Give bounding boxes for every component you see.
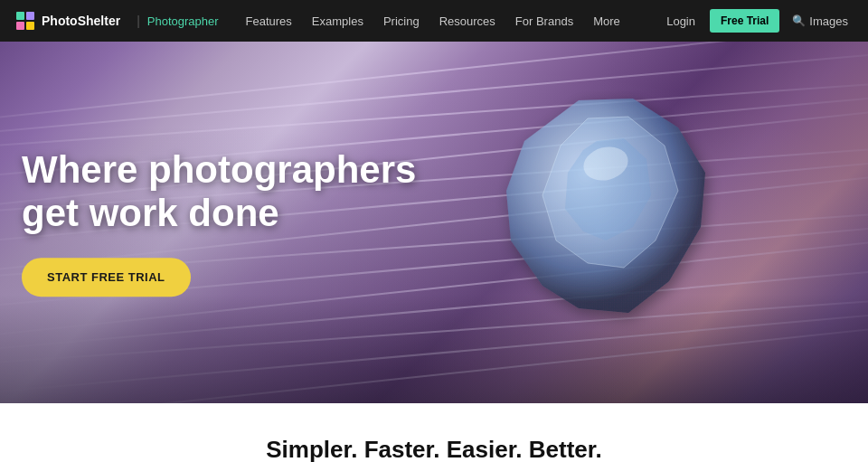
images-label: Images: [809, 14, 848, 28]
svg-rect-3: [26, 22, 34, 30]
tagline-heading: Simpler. Faster. Easier. Better.: [18, 436, 850, 462]
svg-rect-2: [16, 22, 24, 30]
login-button[interactable]: Login: [659, 14, 703, 28]
logo[interactable]: PhotoShelter: [14, 10, 120, 32]
logo-text: PhotoShelter: [42, 14, 120, 28]
hero-section: Where photographers get work done START …: [0, 42, 868, 403]
logo-icon: [14, 10, 36, 32]
hero-content: Where photographers get work done START …: [22, 148, 416, 297]
hero-heading: Where photographers get work done: [22, 148, 416, 236]
navbar: PhotoShelter | Photographer Features Exa…: [0, 0, 868, 42]
nav-right: Login Free Trial 🔍 Images: [659, 9, 854, 33]
svg-rect-1: [26, 12, 34, 20]
nav-link-resources[interactable]: Resources: [430, 0, 505, 42]
nav-link-features[interactable]: Features: [237, 0, 301, 42]
nav-link-for-brands[interactable]: For Brands: [506, 0, 582, 42]
nav-links: Features Examples Pricing Resources For …: [237, 0, 660, 42]
free-trial-button[interactable]: Free Trial: [710, 9, 779, 33]
images-link[interactable]: 🔍 Images: [787, 14, 854, 28]
nav-link-pricing[interactable]: Pricing: [374, 0, 429, 42]
tagline-section: Simpler. Faster. Easier. Better. Store y…: [0, 403, 868, 462]
nav-link-examples[interactable]: Examples: [303, 0, 373, 42]
nav-link-more[interactable]: More: [584, 0, 629, 42]
hero-cta-button[interactable]: START FREE TRIAL: [22, 258, 191, 297]
search-icon: 🔍: [792, 14, 806, 27]
nav-divider: |: [137, 14, 140, 28]
nav-sub-label: Photographer: [147, 14, 219, 28]
svg-rect-0: [16, 12, 24, 20]
